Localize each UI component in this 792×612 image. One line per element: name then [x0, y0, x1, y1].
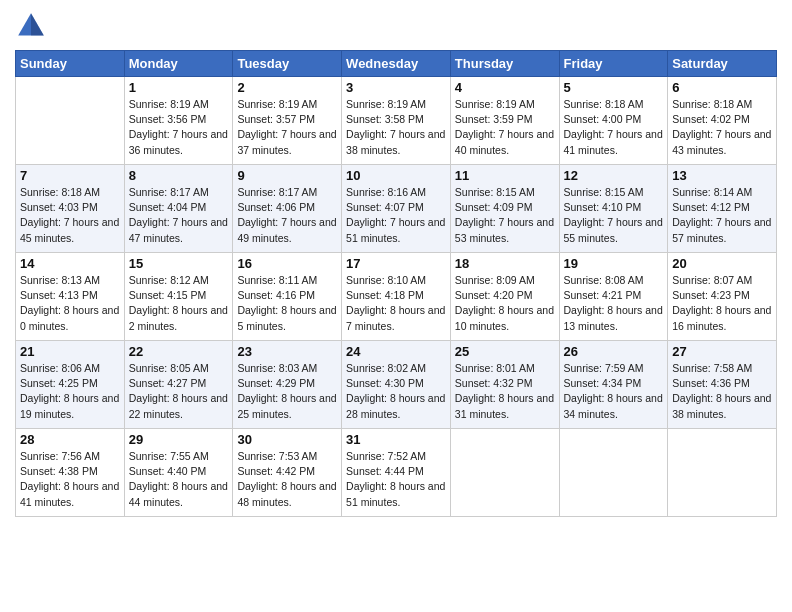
day-number: 8 [129, 168, 229, 183]
day-info: Sunrise: 8:19 AMSunset: 3:56 PMDaylight:… [129, 97, 229, 158]
calendar-cell: 18Sunrise: 8:09 AMSunset: 4:20 PMDayligh… [450, 253, 559, 341]
day-number: 25 [455, 344, 555, 359]
calendar-cell: 27Sunrise: 7:58 AMSunset: 4:36 PMDayligh… [668, 341, 777, 429]
day-info: Sunrise: 8:17 AMSunset: 4:06 PMDaylight:… [237, 185, 337, 246]
day-number: 21 [20, 344, 120, 359]
calendar-cell: 26Sunrise: 7:59 AMSunset: 4:34 PMDayligh… [559, 341, 668, 429]
day-number: 27 [672, 344, 772, 359]
page: SundayMondayTuesdayWednesdayThursdayFrid… [0, 0, 792, 612]
calendar-cell: 14Sunrise: 8:13 AMSunset: 4:13 PMDayligh… [16, 253, 125, 341]
day-info: Sunrise: 8:05 AMSunset: 4:27 PMDaylight:… [129, 361, 229, 422]
calendar-cell: 24Sunrise: 8:02 AMSunset: 4:30 PMDayligh… [342, 341, 451, 429]
day-info: Sunrise: 7:53 AMSunset: 4:42 PMDaylight:… [237, 449, 337, 510]
calendar-cell: 16Sunrise: 8:11 AMSunset: 4:16 PMDayligh… [233, 253, 342, 341]
day-number: 16 [237, 256, 337, 271]
calendar-header-row: SundayMondayTuesdayWednesdayThursdayFrid… [16, 51, 777, 77]
day-number: 15 [129, 256, 229, 271]
day-info: Sunrise: 8:14 AMSunset: 4:12 PMDaylight:… [672, 185, 772, 246]
day-info: Sunrise: 8:17 AMSunset: 4:04 PMDaylight:… [129, 185, 229, 246]
calendar-cell: 10Sunrise: 8:16 AMSunset: 4:07 PMDayligh… [342, 165, 451, 253]
day-info: Sunrise: 8:12 AMSunset: 4:15 PMDaylight:… [129, 273, 229, 334]
day-info: Sunrise: 7:58 AMSunset: 4:36 PMDaylight:… [672, 361, 772, 422]
day-info: Sunrise: 8:19 AMSunset: 3:57 PMDaylight:… [237, 97, 337, 158]
calendar-cell: 23Sunrise: 8:03 AMSunset: 4:29 PMDayligh… [233, 341, 342, 429]
day-number: 23 [237, 344, 337, 359]
day-info: Sunrise: 8:01 AMSunset: 4:32 PMDaylight:… [455, 361, 555, 422]
day-number: 26 [564, 344, 664, 359]
day-number: 4 [455, 80, 555, 95]
calendar-cell: 20Sunrise: 8:07 AMSunset: 4:23 PMDayligh… [668, 253, 777, 341]
calendar-week-1: 7Sunrise: 8:18 AMSunset: 4:03 PMDaylight… [16, 165, 777, 253]
col-header-monday: Monday [124, 51, 233, 77]
day-number: 5 [564, 80, 664, 95]
col-header-wednesday: Wednesday [342, 51, 451, 77]
day-number: 9 [237, 168, 337, 183]
day-number: 14 [20, 256, 120, 271]
calendar-cell: 13Sunrise: 8:14 AMSunset: 4:12 PMDayligh… [668, 165, 777, 253]
day-number: 20 [672, 256, 772, 271]
day-number: 28 [20, 432, 120, 447]
logo-icon [15, 10, 47, 42]
col-header-friday: Friday [559, 51, 668, 77]
day-number: 24 [346, 344, 446, 359]
calendar-cell: 8Sunrise: 8:17 AMSunset: 4:04 PMDaylight… [124, 165, 233, 253]
header [15, 10, 777, 42]
day-number: 30 [237, 432, 337, 447]
calendar-cell: 22Sunrise: 8:05 AMSunset: 4:27 PMDayligh… [124, 341, 233, 429]
day-number: 6 [672, 80, 772, 95]
calendar-cell: 12Sunrise: 8:15 AMSunset: 4:10 PMDayligh… [559, 165, 668, 253]
calendar-cell [16, 77, 125, 165]
calendar-cell: 28Sunrise: 7:56 AMSunset: 4:38 PMDayligh… [16, 429, 125, 517]
calendar-week-3: 21Sunrise: 8:06 AMSunset: 4:25 PMDayligh… [16, 341, 777, 429]
svg-marker-1 [31, 13, 44, 35]
day-number: 29 [129, 432, 229, 447]
calendar-cell: 4Sunrise: 8:19 AMSunset: 3:59 PMDaylight… [450, 77, 559, 165]
calendar-cell: 31Sunrise: 7:52 AMSunset: 4:44 PMDayligh… [342, 429, 451, 517]
day-number: 3 [346, 80, 446, 95]
calendar-cell: 9Sunrise: 8:17 AMSunset: 4:06 PMDaylight… [233, 165, 342, 253]
day-number: 10 [346, 168, 446, 183]
calendar-cell: 17Sunrise: 8:10 AMSunset: 4:18 PMDayligh… [342, 253, 451, 341]
calendar-cell: 3Sunrise: 8:19 AMSunset: 3:58 PMDaylight… [342, 77, 451, 165]
day-number: 13 [672, 168, 772, 183]
day-info: Sunrise: 8:03 AMSunset: 4:29 PMDaylight:… [237, 361, 337, 422]
day-number: 18 [455, 256, 555, 271]
day-number: 7 [20, 168, 120, 183]
calendar-cell [668, 429, 777, 517]
day-info: Sunrise: 8:18 AMSunset: 4:03 PMDaylight:… [20, 185, 120, 246]
day-number: 11 [455, 168, 555, 183]
calendar-week-4: 28Sunrise: 7:56 AMSunset: 4:38 PMDayligh… [16, 429, 777, 517]
calendar-cell: 19Sunrise: 8:08 AMSunset: 4:21 PMDayligh… [559, 253, 668, 341]
day-number: 17 [346, 256, 446, 271]
day-info: Sunrise: 8:18 AMSunset: 4:00 PMDaylight:… [564, 97, 664, 158]
day-info: Sunrise: 8:07 AMSunset: 4:23 PMDaylight:… [672, 273, 772, 334]
calendar-cell: 15Sunrise: 8:12 AMSunset: 4:15 PMDayligh… [124, 253, 233, 341]
calendar-cell [450, 429, 559, 517]
calendar-cell: 30Sunrise: 7:53 AMSunset: 4:42 PMDayligh… [233, 429, 342, 517]
day-info: Sunrise: 8:15 AMSunset: 4:10 PMDaylight:… [564, 185, 664, 246]
calendar-table: SundayMondayTuesdayWednesdayThursdayFrid… [15, 50, 777, 517]
day-number: 22 [129, 344, 229, 359]
day-info: Sunrise: 8:02 AMSunset: 4:30 PMDaylight:… [346, 361, 446, 422]
day-number: 2 [237, 80, 337, 95]
calendar-week-0: 1Sunrise: 8:19 AMSunset: 3:56 PMDaylight… [16, 77, 777, 165]
col-header-saturday: Saturday [668, 51, 777, 77]
calendar-cell: 5Sunrise: 8:18 AMSunset: 4:00 PMDaylight… [559, 77, 668, 165]
col-header-sunday: Sunday [16, 51, 125, 77]
calendar-cell: 1Sunrise: 8:19 AMSunset: 3:56 PMDaylight… [124, 77, 233, 165]
day-number: 31 [346, 432, 446, 447]
col-header-tuesday: Tuesday [233, 51, 342, 77]
day-info: Sunrise: 8:08 AMSunset: 4:21 PMDaylight:… [564, 273, 664, 334]
calendar-cell: 21Sunrise: 8:06 AMSunset: 4:25 PMDayligh… [16, 341, 125, 429]
day-number: 12 [564, 168, 664, 183]
day-info: Sunrise: 8:16 AMSunset: 4:07 PMDaylight:… [346, 185, 446, 246]
calendar-cell: 11Sunrise: 8:15 AMSunset: 4:09 PMDayligh… [450, 165, 559, 253]
day-info: Sunrise: 8:19 AMSunset: 3:59 PMDaylight:… [455, 97, 555, 158]
day-info: Sunrise: 7:56 AMSunset: 4:38 PMDaylight:… [20, 449, 120, 510]
calendar-week-2: 14Sunrise: 8:13 AMSunset: 4:13 PMDayligh… [16, 253, 777, 341]
day-info: Sunrise: 8:06 AMSunset: 4:25 PMDaylight:… [20, 361, 120, 422]
day-info: Sunrise: 8:19 AMSunset: 3:58 PMDaylight:… [346, 97, 446, 158]
calendar-cell: 25Sunrise: 8:01 AMSunset: 4:32 PMDayligh… [450, 341, 559, 429]
calendar-cell: 2Sunrise: 8:19 AMSunset: 3:57 PMDaylight… [233, 77, 342, 165]
day-info: Sunrise: 8:09 AMSunset: 4:20 PMDaylight:… [455, 273, 555, 334]
